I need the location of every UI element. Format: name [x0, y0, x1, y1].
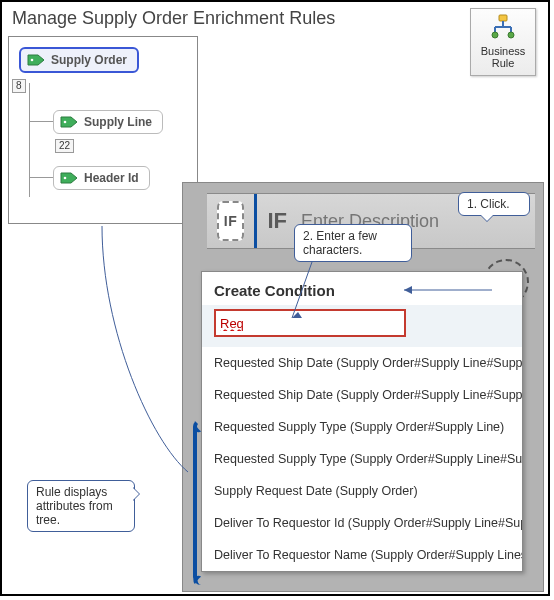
suggestion-item[interactable]: Deliver To Requestor Name (Supply Order#… — [202, 539, 522, 571]
svg-rect-0 — [499, 15, 507, 21]
tree-root-supply-order[interactable]: Supply Order — [19, 45, 139, 75]
suggestion-item[interactable]: Requested Supply Type (Supply Order#Supp… — [202, 443, 522, 475]
tree-root-count: 8 — [12, 79, 26, 93]
svg-point-7 — [31, 59, 34, 62]
condition-search-input[interactable] — [214, 309, 406, 337]
tree-root-label: Supply Order — [51, 53, 127, 67]
tag-icon — [60, 116, 78, 128]
business-rule-icon — [489, 13, 517, 41]
callout-2-enter: 2. Enter a few characters. — [294, 224, 412, 262]
suggestion-item[interactable]: Requested Ship Date (Supply Order#Supply… — [202, 347, 522, 379]
svg-point-9 — [64, 177, 67, 180]
brace-marker — [193, 419, 205, 585]
if-chip[interactable]: IF — [217, 201, 244, 241]
tree-node-label: Header Id — [84, 171, 139, 185]
suggestion-item[interactable]: Supply Request Date (Supply Order) — [202, 475, 522, 507]
create-condition-title: Create Condition — [202, 272, 522, 305]
business-rule-label-1: Business — [471, 45, 535, 57]
if-label: IF — [267, 208, 287, 234]
svg-point-8 — [64, 121, 67, 124]
tree-node-label: Supply Line — [84, 115, 152, 129]
if-accent-bar — [254, 194, 257, 248]
create-condition-card: Create Condition Requested Ship Date (Su… — [201, 271, 523, 572]
suggestion-item[interactable]: Requested Supply Type (Supply Order#Supp… — [202, 411, 522, 443]
page-title: Manage Supply Order Enrichment Rules — [12, 8, 335, 29]
callout-3-tree: Rule displays attributes from tree. — [27, 480, 135, 532]
svg-point-5 — [492, 32, 498, 38]
tree-node-supply-line-count: 22 — [55, 139, 74, 153]
callout-1-click: 1. Click. — [458, 192, 530, 216]
attribute-tree-panel: Supply Order 8 Supply Line 22 — [8, 36, 198, 224]
condition-suggestions: Requested Ship Date (Supply Order#Supply… — [202, 347, 522, 571]
tree-node-header-id[interactable]: Header Id — [53, 163, 150, 193]
suggestion-item[interactable]: Requested Ship Date (Supply Order#Supply… — [202, 379, 522, 411]
tag-icon — [60, 172, 78, 184]
tree-node-supply-line[interactable]: Supply Line — [53, 107, 163, 137]
svg-point-6 — [508, 32, 514, 38]
business-rule-button[interactable]: Business Rule — [470, 8, 536, 76]
business-rule-label-2: Rule — [471, 57, 535, 69]
tag-icon — [27, 54, 45, 66]
suggestion-item[interactable]: Deliver To Requestor Id (Supply Order#Su… — [202, 507, 522, 539]
